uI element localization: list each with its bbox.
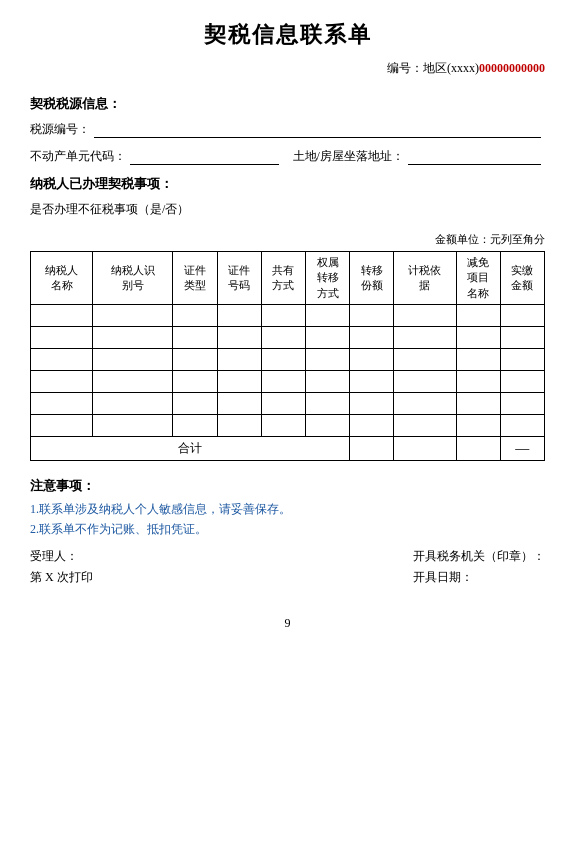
notes-list: 1.联系单涉及纳税人个人敏感信息，请妥善保存。 2.联系单不作为记账、抵扣凭证。 (30, 501, 545, 538)
col-transfer-method: 权属转移方式 (305, 252, 349, 305)
notes-section: 注意事项： 1.联系单涉及纳税人个人敏感信息，请妥善保存。 2.联系单不作为记账… (30, 477, 545, 538)
doc-number-value: 00000000000 (479, 61, 545, 75)
col-taxpayer-name: 纳税人名称 (31, 252, 93, 305)
doc-number-label: 编号：地区(xxxx) (387, 61, 479, 75)
col-transfer-share: 转移份额 (350, 252, 394, 305)
footer-left: 受理人： 第 X 次打印 (30, 548, 93, 586)
notes-item-2: 2.联系单不作为记账、抵扣凭证。 (30, 521, 545, 538)
col-tax-basis: 计税依据 (394, 252, 456, 305)
table-row (31, 305, 545, 327)
table-row (31, 349, 545, 371)
tax-source-number-label: 税源编号： (30, 121, 90, 138)
table-row (31, 327, 545, 349)
col-cert-type: 证件类型 (173, 252, 217, 305)
table-header-row: 纳税人名称 纳税人识别号 证件类型 证件号码 共有方式 权属转移方式 转移份额 … (31, 252, 545, 305)
notes-item-1: 1.联系单涉及纳税人个人敏感信息，请妥善保存。 (30, 501, 545, 518)
tax-office-label: 开具税务机关（印章）： (413, 548, 545, 565)
col-taxpayer-id: 纳税人识别号 (93, 252, 173, 305)
col-actual-amount: 实缴金额 (500, 252, 544, 305)
col-shared-method: 共有方式 (261, 252, 305, 305)
receiver-label: 受理人： (30, 548, 93, 565)
issue-date-label: 开具日期： (413, 569, 545, 586)
real-estate-code-label: 不动产单元代码： (30, 148, 126, 165)
main-table: 纳税人名称 纳税人识别号 证件类型 证件号码 共有方式 权属转移方式 转移份额 … (30, 251, 545, 461)
page-number: 9 (30, 616, 545, 631)
print-label: 第 X 次打印 (30, 569, 93, 586)
amount-unit: 金额单位：元列至角分 (30, 232, 545, 247)
total-dash: — (500, 437, 544, 461)
table-row (31, 371, 545, 393)
real-estate-code-line (130, 149, 279, 165)
table-row (31, 415, 545, 437)
footer: 受理人： 第 X 次打印 开具税务机关（印章）： 开具日期： (30, 548, 545, 586)
real-estate-address-row: 不动产单元代码： 土地/房屋坐落地址： (30, 148, 545, 165)
doc-number: 编号：地区(xxxx)00000000000 (30, 60, 545, 77)
notes-title: 注意事项： (30, 477, 545, 495)
col-reduction-name: 减免项目名称 (456, 252, 500, 305)
page-title: 契税信息联系单 (30, 20, 545, 50)
real-estate-code-item: 不动产单元代码： (30, 148, 283, 165)
land-address-item: 土地/房屋坐落地址： (293, 148, 546, 165)
col-cert-number: 证件号码 (217, 252, 261, 305)
land-address-label: 土地/房屋坐落地址： (293, 148, 404, 165)
non-tax-row: 是否办理不征税事项（是/否） (30, 201, 545, 218)
tax-source-number-line (94, 122, 541, 138)
taxpayer-section-title: 纳税人已办理契税事项： (30, 175, 545, 193)
tax-source-number-row: 税源编号： (30, 121, 545, 138)
tax-source-title: 契税税源信息： (30, 95, 545, 113)
table-row (31, 393, 545, 415)
land-address-line (408, 149, 541, 165)
footer-right: 开具税务机关（印章）： 开具日期： (413, 548, 545, 586)
table-total-row: 合计 — (31, 437, 545, 461)
total-label: 合计 (31, 437, 350, 461)
